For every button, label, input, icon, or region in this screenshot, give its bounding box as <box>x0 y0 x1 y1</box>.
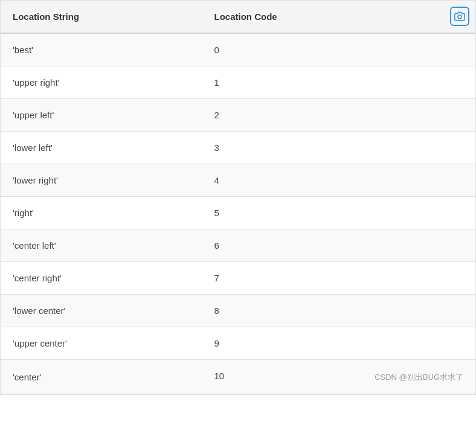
table-header-row: Location String Location Code <box>1 1 475 33</box>
table-container: Location String Location Code 'best'0'up… <box>0 0 476 395</box>
svg-point-0 <box>458 15 462 19</box>
location-string-cell: 'upper left' <box>1 99 202 132</box>
location-code-label: Location Code <box>214 11 277 22</box>
last-row-cell: 10CSDN @别出BUG求求了 <box>214 371 464 381</box>
location-code-cell: 0 <box>202 33 476 66</box>
location-string-cell: 'upper right' <box>1 66 202 99</box>
location-code-cell: 6 <box>202 229 476 262</box>
table-row: 'upper right'1 <box>1 66 475 99</box>
location-code-cell: 2 <box>202 99 476 132</box>
table-row: 'lower left'3 <box>1 132 475 164</box>
location-code-value: 10 <box>214 371 225 381</box>
watermark-text: CSDN @别出BUG求求了 <box>375 371 463 383</box>
column-header-location-code: Location Code <box>202 1 476 33</box>
table-row: 'upper center'9 <box>1 327 475 360</box>
table-row: 'center'10CSDN @别出BUG求求了 <box>1 360 475 394</box>
location-string-cell: 'center right' <box>1 262 202 295</box>
location-code-cell: 5 <box>202 197 476 229</box>
table-row: 'best'0 <box>1 33 475 66</box>
location-code-cell: 4 <box>202 164 476 197</box>
table-row: 'upper left'2 <box>1 99 475 132</box>
location-string-cell: 'best' <box>1 33 202 66</box>
location-code-cell: 10CSDN @别出BUG求求了 <box>202 360 476 394</box>
location-code-cell: 3 <box>202 132 476 164</box>
location-code-cell: 1 <box>202 66 476 99</box>
location-string-cell: 'right' <box>1 197 202 229</box>
location-string-cell: 'center left' <box>1 229 202 262</box>
location-string-cell: 'center' <box>1 360 202 394</box>
table-row: 'center left'6 <box>1 229 475 262</box>
table-body: 'best'0'upper right'1'upper left'2'lower… <box>1 33 475 394</box>
table-row: 'lower center'8 <box>1 295 475 327</box>
location-table: Location String Location Code 'best'0'up… <box>1 1 475 394</box>
location-string-cell: 'lower right' <box>1 164 202 197</box>
table-row: 'right'5 <box>1 197 475 229</box>
table-row: 'lower right'4 <box>1 164 475 197</box>
table-row: 'center right'7 <box>1 262 475 295</box>
camera-button[interactable] <box>450 7 469 26</box>
location-string-cell: 'upper center' <box>1 327 202 360</box>
column-header-location-string: Location String <box>1 1 202 33</box>
location-code-cell: 8 <box>202 295 476 327</box>
camera-icon <box>454 11 465 22</box>
location-string-cell: 'lower left' <box>1 132 202 164</box>
location-code-cell: 7 <box>202 262 476 295</box>
location-string-cell: 'lower center' <box>1 295 202 327</box>
location-code-cell: 9 <box>202 327 476 360</box>
